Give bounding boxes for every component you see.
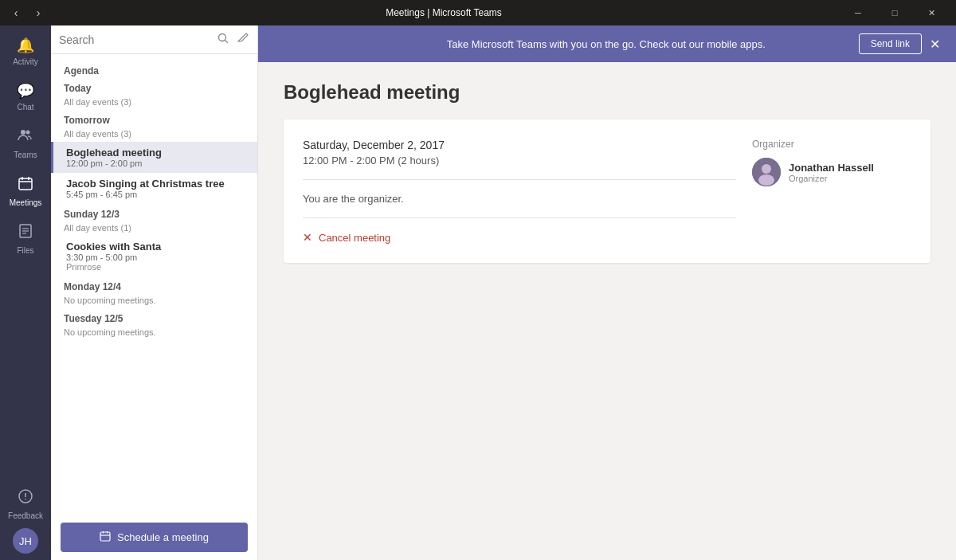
schedule-meeting-button[interactable]: Schedule a meeting [61, 523, 248, 552]
svg-point-13 [219, 34, 226, 41]
organizer-label: Organizer [752, 139, 911, 150]
nav-bottom: Feedback JH [0, 480, 51, 560]
organizer-section: Organizer Jonat [752, 139, 911, 186]
jacob-time: 5:45 pm - 6:45 pm [66, 190, 245, 199]
svg-line-14 [225, 41, 229, 44]
activity-icon: 🔔 [17, 37, 34, 54]
boglehead-time: 12:00 pm - 2:00 pm [66, 159, 245, 168]
sidebar-item-feedback[interactable]: Feedback [0, 480, 51, 528]
day-monday: Monday 12/4 [51, 276, 257, 294]
cookies-location: Primrose [66, 262, 245, 272]
schedule-label: Schedule a meeting [117, 531, 209, 543]
sidebar-item-chat[interactable]: 💬 Chat [0, 74, 51, 119]
maximize-button[interactable]: □ [876, 0, 913, 25]
cookies-time: 3:30 pm - 5:00 pm [66, 253, 245, 262]
banner-text: Take Microsoft Teams with you on the go.… [354, 38, 859, 50]
minimize-button[interactable]: ─ [840, 0, 876, 25]
detail-left: Saturday, December 2, 2017 12:00 PM - 2:… [303, 139, 736, 244]
sidebar-item-activity[interactable]: 🔔 Activity [0, 29, 51, 74]
svg-rect-2 [19, 178, 32, 190]
organizer-note: You are the organizer. [303, 193, 736, 218]
day-sunday: Sunday 12/3 [51, 204, 257, 221]
feedback-label: Feedback [8, 511, 43, 520]
svg-rect-15 [100, 532, 110, 541]
meetings-panel: Agenda Today All day events (3) Tomorrow… [51, 25, 258, 560]
search-bar [51, 25, 257, 54]
avatar-initials: JH [19, 535, 32, 547]
back-button[interactable]: ‹ [6, 3, 25, 22]
activity-label: Activity [13, 57, 38, 66]
close-button[interactable]: ✕ [913, 0, 950, 25]
avatar[interactable]: JH [13, 528, 38, 554]
detail-main-row: Saturday, December 2, 2017 12:00 PM - 2:… [303, 139, 911, 244]
organizer-name: Jonathan Hassell [789, 162, 874, 174]
compose-icon[interactable] [237, 32, 249, 47]
teams-icon [18, 127, 33, 147]
meetings-label: Meetings [10, 198, 42, 207]
forward-button[interactable]: › [29, 3, 48, 22]
nav-sidebar: 🔔 Activity 💬 Chat Teams [0, 25, 51, 560]
banner: Take Microsoft Teams with you on the go.… [258, 25, 956, 62]
boglehead-title: Boglehead meeting [66, 147, 245, 159]
titlebar-title: Meetings | Microsoft Teams [48, 7, 840, 18]
cancel-icon: ✕ [303, 231, 312, 244]
svg-point-21 [758, 174, 774, 186]
meeting-item-boglehead[interactable]: Boglehead meeting 12:00 pm - 2:00 pm [51, 142, 257, 173]
day-today: Today [51, 78, 257, 96]
search-icon[interactable] [217, 33, 229, 46]
teams-label: Teams [14, 151, 37, 159]
meeting-item-cookies[interactable]: Cookies with Santa 3:30 pm - 5:00 pm Pri… [51, 236, 257, 276]
day-tuesday: Tuesday 12/5 [51, 308, 257, 326]
svg-point-1 [26, 131, 30, 135]
main-content: Take Microsoft Teams with you on the go.… [258, 25, 956, 560]
monday-no-meetings: No upcoming meetings. [51, 294, 257, 308]
files-icon [18, 223, 33, 243]
detail-date: Saturday, December 2, 2017 [303, 139, 736, 151]
organizer-row: Jonathan Hassell Organizer [752, 158, 911, 186]
chat-label: Chat [17, 103, 33, 112]
today-all-day: All day events (3) [51, 96, 257, 110]
detail-time-range: 12:00 PM - 2:00 PM (2 hours) [303, 155, 736, 180]
cancel-meeting-button[interactable]: ✕ Cancel meeting [303, 231, 390, 244]
sunday-all-day: All day events (1) [51, 221, 257, 236]
organizer-role: Organizer [789, 174, 874, 183]
agenda-list: Agenda Today All day events (3) Tomorrow… [51, 54, 257, 515]
titlebar-nav: ‹ › [6, 3, 48, 22]
titlebar-controls: ─ □ ✕ [840, 0, 950, 25]
sidebar-item-teams[interactable]: Teams [0, 119, 51, 167]
svg-point-12 [25, 499, 26, 500]
svg-point-0 [21, 130, 25, 135]
schedule-icon [100, 531, 111, 544]
day-tomorrow: Tomorrow [51, 110, 257, 127]
banner-close-button[interactable]: ✕ [930, 37, 940, 52]
meeting-item-jacob[interactable]: Jacob Singing at Christmas tree 5:45 pm … [51, 173, 257, 204]
jacob-title: Jacob Singing at Christmas tree [66, 178, 245, 190]
tuesday-no-meetings: No upcoming meetings. [51, 326, 257, 340]
files-label: Files [17, 246, 33, 255]
detail-right: Organizer Jonat [752, 139, 911, 244]
meeting-detail: Boglehead meeting Saturday, December 2, … [258, 62, 956, 560]
send-link-button[interactable]: Send link [859, 33, 922, 54]
svg-point-20 [762, 164, 771, 174]
cookies-title: Cookies with Santa [66, 241, 245, 253]
detail-card: Saturday, December 2, 2017 12:00 PM - 2:… [284, 119, 931, 263]
organizer-info: Jonathan Hassell Organizer [789, 162, 874, 183]
titlebar: ‹ › Meetings | Microsoft Teams ─ □ ✕ [0, 0, 956, 25]
search-input[interactable] [59, 33, 213, 46]
cancel-label: Cancel meeting [319, 232, 390, 244]
feedback-icon [18, 488, 33, 508]
organizer-avatar [752, 158, 781, 186]
app-body: 🔔 Activity 💬 Chat Teams [0, 25, 956, 560]
meeting-detail-title: Boglehead meeting [284, 81, 931, 104]
agenda-header: Agenda [51, 61, 257, 78]
tomorrow-all-day: All day events (3) [51, 127, 257, 142]
meetings-icon [18, 175, 33, 195]
sidebar-item-meetings[interactable]: Meetings [0, 167, 51, 215]
sidebar-item-files[interactable]: Files [0, 215, 51, 263]
chat-icon: 💬 [17, 82, 34, 100]
